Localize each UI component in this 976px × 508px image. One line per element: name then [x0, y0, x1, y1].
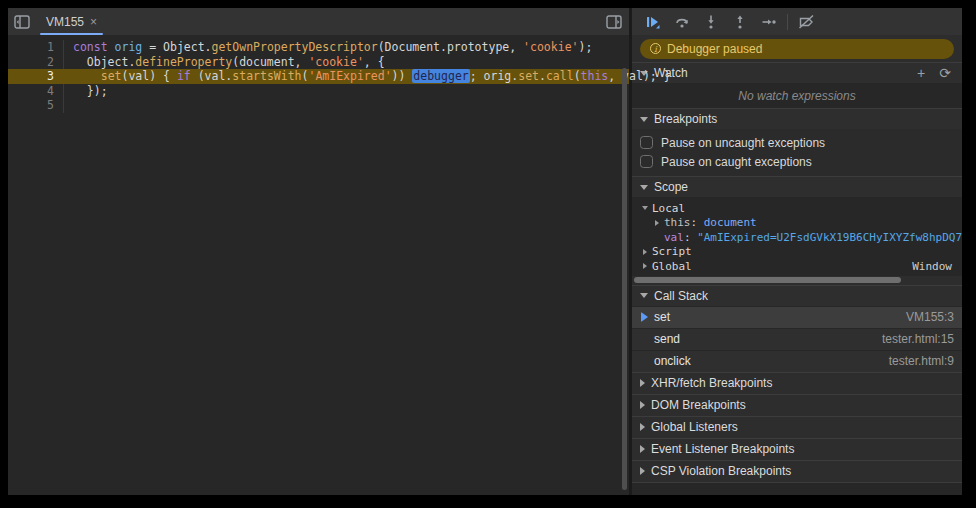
section-csp-violation-breakpoints[interactable]: CSP Violation Breakpoints	[632, 460, 962, 482]
call-stack-section-title: Call Stack	[654, 289, 708, 303]
editor-tab-bar: VM155 ×	[8, 8, 629, 35]
scrollbar-thumb[interactable]	[634, 277, 901, 283]
scope-row[interactable]: val: "AmIExpired=U2FsdGVkX19B6CHyIXYZfw8…	[632, 230, 962, 245]
step-over-icon[interactable]	[671, 11, 693, 33]
call-stack-frame-set[interactable]: setVM155:3	[632, 306, 962, 328]
paused-banner-zone: i Debugger paused	[632, 35, 962, 62]
sidebar-empty-area	[632, 482, 962, 496]
section-global-listeners[interactable]: Global Listeners	[632, 416, 962, 438]
deactivate-breakpoints-icon[interactable]	[795, 11, 817, 33]
step-into-icon[interactable]	[700, 11, 722, 33]
debugger-toolbar	[632, 8, 962, 35]
refresh-watch-button[interactable]: ⟳	[936, 65, 954, 81]
debugger-paused-banner: i Debugger paused	[640, 39, 954, 59]
devtools-window: VM155 × 1const orig = Object.getOwnPrope…	[8, 8, 962, 495]
code-text: Object.defineProperty(document, 'cookie'…	[64, 55, 385, 70]
call-stack-frame-onclick[interactable]: onclicktester.html:9	[632, 350, 962, 372]
call-stack-frame-send[interactable]: sendtester.html:15	[632, 328, 962, 350]
editor-vertical-scrollbar[interactable]	[622, 68, 627, 490]
scope-row[interactable]: this: document	[632, 216, 962, 231]
chevron-down-icon	[640, 293, 648, 298]
scope-right-value: Window	[912, 260, 962, 273]
frame-location: tester.html:15	[882, 332, 954, 346]
checkbox-label[interactable]: Pause on uncaught exceptions	[661, 136, 825, 150]
frame-function-name: onclick	[654, 354, 691, 368]
chevron-right-icon	[640, 423, 645, 431]
section-title: Event Listener Breakpoints	[651, 442, 794, 456]
expand-triangle-icon[interactable]	[638, 249, 652, 255]
code-line[interactable]: 1const orig = Object.getOwnPropertyDescr…	[8, 40, 629, 55]
section-title: DOM Breakpoints	[651, 398, 746, 412]
info-icon: i	[650, 43, 661, 54]
scope-text: :	[684, 231, 697, 244]
line-number[interactable]: 2	[8, 55, 64, 70]
breakpoints-section-title: Breakpoints	[654, 112, 717, 126]
chevron-down-icon	[640, 117, 648, 122]
breakpoint-option-row: Pause on caught exceptions	[632, 152, 962, 171]
paused-banner-text: Debugger paused	[667, 42, 762, 56]
chevron-right-icon	[640, 445, 645, 453]
step-out-icon[interactable]	[729, 11, 751, 33]
scope-section-title: Scope	[654, 180, 688, 194]
watch-section-header[interactable]: Watch + ⟳	[632, 62, 962, 83]
frame-function-name: send	[654, 332, 680, 346]
code-line-paused[interactable]: 3 set(val) { if (val.startsWith('AmIExpi…	[8, 69, 629, 84]
line-number[interactable]: 4	[8, 84, 64, 99]
tab-vm155[interactable]: VM155 ×	[36, 8, 107, 35]
section-xhr-fetch-breakpoints[interactable]: XHR/fetch Breakpoints	[632, 372, 962, 394]
scope-row[interactable]: GlobalWindow	[632, 259, 962, 274]
scope-row[interactable]: Script	[632, 245, 962, 260]
line-number[interactable]: 1	[8, 40, 64, 55]
code-text: const orig = Object.getOwnPropertyDescri…	[64, 40, 592, 55]
line-number[interactable]: 5	[8, 98, 64, 113]
chevron-right-icon	[640, 379, 645, 387]
breakpoints-content: Pause on uncaught exceptionsPause on cau…	[632, 129, 962, 176]
code-editor[interactable]: 1const orig = Object.getOwnPropertyDescr…	[8, 35, 629, 495]
section-event-listener-breakpoints[interactable]: Event Listener Breakpoints	[632, 438, 962, 460]
chevron-right-icon	[640, 467, 645, 475]
checkbox[interactable]	[640, 155, 653, 168]
frame-location: VM155:3	[906, 310, 954, 324]
breakpoint-option-row: Pause on uncaught exceptions	[632, 133, 962, 152]
scope-text: Local	[652, 202, 685, 215]
scope-text: val	[664, 231, 684, 244]
expand-triangle-icon[interactable]	[638, 263, 652, 269]
expand-triangle-icon[interactable]	[650, 220, 664, 226]
watch-empty-message: No watch expressions	[632, 83, 962, 108]
toolbar-separator	[787, 14, 788, 30]
add-watch-expression-button[interactable]: +	[912, 65, 930, 81]
frame-function-name: set	[654, 310, 670, 324]
active-frame-arrow-icon	[638, 312, 650, 322]
chevron-down-icon	[640, 185, 648, 190]
scope-text: this	[664, 216, 691, 229]
code-line[interactable]: 4 });	[8, 84, 629, 99]
call-stack-section-header[interactable]: Call Stack	[632, 285, 962, 306]
code-text: });	[64, 84, 108, 99]
code-line[interactable]: 5	[8, 98, 629, 113]
scope-section-header[interactable]: Scope	[632, 176, 962, 197]
toggle-debugger-sidebar-button[interactable]	[599, 8, 629, 35]
checkbox[interactable]	[640, 136, 653, 149]
checkbox-label[interactable]: Pause on caught exceptions	[661, 155, 812, 169]
step-icon[interactable]	[758, 11, 780, 33]
toggle-navigator-sidebar-button[interactable]	[8, 8, 36, 35]
scope-horizontal-scrollbar[interactable]	[632, 276, 962, 285]
tab-close-icon[interactable]: ×	[90, 15, 97, 29]
resume-script-icon[interactable]	[642, 11, 664, 33]
section-dom-breakpoints[interactable]: DOM Breakpoints	[632, 394, 962, 416]
scope-text: document	[704, 216, 757, 229]
frame-location: tester.html:9	[889, 354, 954, 368]
tab-label: VM155	[46, 15, 84, 29]
code-line[interactable]: 2 Object.defineProperty(document, 'cooki…	[8, 55, 629, 70]
expand-triangle-icon[interactable]	[638, 206, 652, 210]
scope-text: :	[691, 216, 704, 229]
section-title: XHR/fetch Breakpoints	[651, 376, 772, 390]
breakpoints-section-header[interactable]: Breakpoints	[632, 108, 962, 129]
chevron-right-icon	[640, 401, 645, 409]
line-number[interactable]: 3	[8, 69, 64, 84]
scope-row[interactable]: Local	[632, 201, 962, 216]
scope-text: Script	[652, 245, 692, 258]
debugger-sidebar: i Debugger paused Watch + ⟳ No watch exp…	[632, 8, 962, 495]
code-text: set(val) { if (val.startsWith('AmIExpire…	[64, 69, 671, 84]
section-title: CSP Violation Breakpoints	[651, 464, 791, 478]
